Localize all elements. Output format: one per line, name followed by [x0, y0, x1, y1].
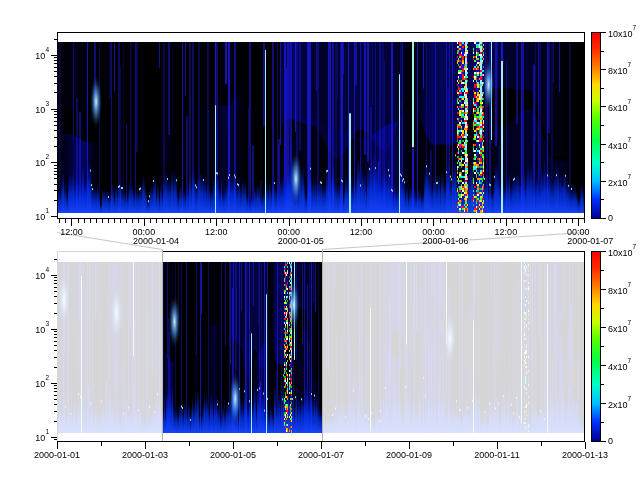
colorbar-tick-label: 8x107 — [608, 63, 631, 76]
x-minor-tick — [180, 219, 181, 223]
x-major-tick — [433, 219, 434, 226]
x-minor-tick — [458, 219, 459, 223]
x-minor-tick — [150, 219, 151, 223]
y-minor-tick — [54, 367, 57, 368]
x-tick-date-label: 2000-01-13 — [562, 450, 608, 460]
x-minor-tick — [379, 219, 380, 223]
x-minor-tick — [283, 219, 284, 223]
colorbar-major-tick — [601, 365, 606, 366]
y-minor-tick — [54, 190, 57, 191]
x-major-tick — [145, 442, 146, 449]
x-minor-tick — [453, 442, 454, 446]
x-minor-tick — [373, 219, 374, 223]
x-tick-date-label: 2000-01-05 — [210, 450, 256, 460]
y-minor-tick — [54, 391, 57, 392]
x-minor-tick — [536, 219, 537, 223]
x-minor-tick — [222, 219, 223, 223]
y-minor-tick — [54, 404, 57, 405]
x-tick-time-label: 12:00 — [205, 227, 228, 237]
x-minor-tick — [584, 219, 585, 223]
y-minor-tick — [54, 259, 57, 260]
y-minor-tick — [54, 63, 57, 64]
colorbar-minor-tick — [601, 308, 604, 309]
x-tick-date-label: 2000-01-07 — [298, 450, 344, 460]
x-minor-tick — [277, 219, 278, 223]
x-minor-tick — [512, 219, 513, 223]
x-minor-tick — [295, 219, 296, 223]
x-minor-tick — [59, 219, 60, 223]
colorbar-tick-label: 6x107 — [608, 321, 631, 334]
y-minor-tick — [54, 334, 57, 335]
x-tick-date-label: 2000-01-06 — [422, 236, 468, 246]
y-minor-tick — [54, 287, 57, 288]
y-minor-tick — [54, 76, 57, 77]
x-minor-tick — [464, 219, 465, 223]
colorbar-tick-label: 2x107 — [608, 174, 631, 187]
dimmed-region-right — [323, 253, 584, 441]
x-minor-tick — [132, 219, 133, 223]
y-minor-tick — [54, 337, 57, 338]
y-minor-tick — [54, 291, 57, 292]
x-minor-tick — [343, 219, 344, 223]
plot-window: 10410310210110410310210112:0000:002000-0… — [0, 0, 640, 480]
y-minor-tick — [54, 399, 57, 400]
colorbar-major-tick — [601, 106, 606, 107]
y-major-tick — [51, 275, 57, 276]
x-minor-tick — [156, 219, 157, 223]
colorbar-minor-tick — [601, 346, 604, 347]
colorbar-tick-label: 8x107 — [608, 283, 631, 296]
y-minor-tick — [54, 411, 57, 412]
colorbar-minor-tick — [601, 199, 604, 200]
y-minor-tick — [54, 283, 57, 284]
x-minor-tick — [440, 219, 441, 223]
x-minor-tick — [391, 219, 392, 223]
x-tick-date-label: 2000-01-07 — [567, 236, 613, 246]
x-minor-tick — [319, 219, 320, 223]
x-minor-tick — [572, 219, 573, 223]
x-major-tick — [361, 219, 362, 226]
x-minor-tick — [138, 219, 139, 223]
colorbar-major-tick — [601, 251, 606, 252]
colorbar-minor-tick — [601, 51, 604, 52]
x-minor-tick — [189, 442, 190, 446]
x-minor-tick — [355, 219, 356, 223]
x-minor-tick — [126, 219, 127, 223]
colorbar-tick-label: 6x107 — [608, 100, 631, 113]
y-minor-tick — [54, 171, 57, 172]
colorbar-major-tick — [601, 144, 606, 145]
x-minor-tick — [90, 219, 91, 223]
x-minor-tick — [337, 219, 338, 223]
x-tick-date-label: 2000-01-04 — [133, 236, 179, 246]
x-minor-tick — [204, 219, 205, 223]
x-minor-tick — [277, 442, 278, 446]
x-tick-time-label: 12:00 — [350, 227, 373, 237]
colorbar-major-tick — [601, 69, 606, 70]
x-minor-tick — [409, 219, 410, 223]
y-major-tick — [51, 383, 57, 384]
x-major-tick — [506, 219, 507, 226]
y-major-tick — [51, 216, 57, 217]
colorbar-major-tick — [601, 181, 606, 182]
colorbar-tick-label: 4x107 — [608, 137, 631, 150]
x-minor-tick — [174, 219, 175, 223]
x-major-tick — [233, 442, 234, 449]
y-minor-tick — [54, 178, 57, 179]
colorbar-major-tick — [601, 403, 606, 404]
x-tick-date-label: 2000-01-01 — [34, 450, 80, 460]
y-minor-tick — [54, 200, 57, 201]
x-minor-tick — [168, 219, 169, 223]
x-tick-date-label: 2000-01-09 — [386, 450, 432, 460]
colorbar-minor-tick — [601, 88, 604, 89]
x-minor-tick — [78, 219, 79, 223]
y-tick-label: 104 — [35, 268, 49, 281]
x-tick-date-label: 2000-01-11 — [474, 450, 519, 460]
y-minor-tick — [54, 168, 57, 169]
x-minor-tick — [265, 219, 266, 223]
x-major-tick — [585, 442, 586, 449]
colorbar-major-tick — [601, 327, 606, 328]
x-minor-tick — [365, 442, 366, 446]
x-minor-tick — [482, 219, 483, 223]
y-minor-tick — [54, 388, 57, 389]
y-minor-tick — [54, 83, 57, 84]
y-minor-tick — [54, 439, 57, 440]
